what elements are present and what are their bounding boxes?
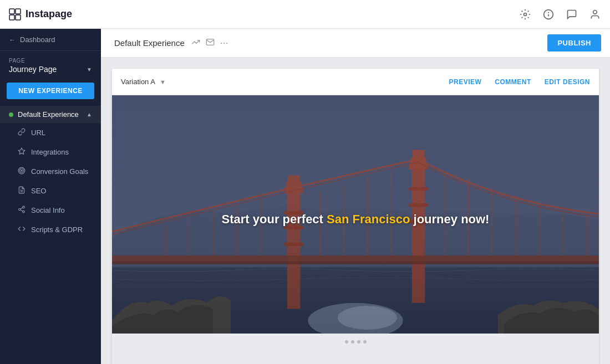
page-section: Page Journey Page ▼ bbox=[0, 51, 101, 78]
logo-text: Instapage bbox=[26, 8, 72, 20]
hero-image: Start your perfect San Francisco journey… bbox=[112, 95, 599, 334]
dashboard-label: Dashboard bbox=[20, 35, 55, 44]
page-content: Variation A ▼ PREVIEW COMMENT EDIT DESIG… bbox=[101, 58, 610, 364]
integrations-label: Integrations bbox=[31, 148, 69, 156]
publish-button[interactable]: PUBLISH bbox=[547, 34, 601, 52]
scripts-gdpr-icon bbox=[18, 225, 26, 234]
seo-label: SEO bbox=[31, 187, 46, 195]
hero-text-highlight: San Francisco bbox=[327, 212, 410, 226]
svg-point-14 bbox=[23, 206, 25, 208]
new-experience-button[interactable]: NEW EXPERIENCE bbox=[7, 83, 94, 99]
hero-background: Start your perfect San Francisco journey… bbox=[112, 95, 599, 334]
svg-line-18 bbox=[21, 208, 23, 209]
scroll-dot-1 bbox=[345, 340, 348, 344]
svg-rect-0 bbox=[9, 9, 14, 14]
experience-item[interactable]: Default Experience ▲ bbox=[0, 106, 101, 123]
social-info-icon bbox=[18, 206, 26, 215]
header-icons bbox=[519, 8, 601, 20]
dashboard-back-link[interactable]: ← Dashboard bbox=[0, 29, 101, 51]
sidebar-item-social-info[interactable]: Social Info bbox=[0, 201, 101, 220]
preview-action-edit-design[interactable]: EDIT DESIGN bbox=[545, 78, 590, 86]
preview-action-comment[interactable]: COMMENT bbox=[495, 78, 531, 86]
page-label: Page bbox=[9, 58, 92, 64]
experience-header-left: Default Experience ··· bbox=[114, 37, 228, 49]
email-icon[interactable] bbox=[206, 38, 215, 49]
experience-chevron-icon: ▲ bbox=[87, 111, 92, 117]
svg-point-11 bbox=[21, 170, 22, 171]
sidebar: ← Dashboard Page Journey Page ▼ NEW EXPE… bbox=[0, 29, 101, 364]
preview-actions: PREVIEW COMMENT EDIT DESIGN bbox=[449, 78, 590, 86]
scroll-dot-4 bbox=[363, 340, 367, 344]
conversion-goals-label: Conversion Goals bbox=[31, 167, 88, 176]
integrations-icon bbox=[18, 147, 26, 157]
svg-point-57 bbox=[338, 306, 397, 330]
experience-name: Default Experience bbox=[18, 110, 79, 119]
back-arrow-icon: ← bbox=[9, 36, 16, 44]
hero-text: Start your perfect San Francisco journey… bbox=[222, 212, 490, 227]
top-header: Instapage bbox=[0, 0, 610, 29]
logo-icon bbox=[9, 8, 21, 20]
conversion-goals-icon bbox=[18, 167, 26, 176]
svg-point-4 bbox=[524, 13, 527, 16]
exp-header-icons: ··· bbox=[191, 37, 228, 49]
info-icon[interactable] bbox=[542, 8, 555, 20]
svg-point-15 bbox=[19, 208, 21, 211]
sidebar-item-seo[interactable]: SEO bbox=[0, 181, 101, 201]
svg-rect-1 bbox=[9, 15, 14, 20]
experience-title: Default Experience bbox=[114, 38, 185, 48]
content-area: Default Experience ··· PUBLISH bbox=[101, 29, 610, 364]
active-status-dot bbox=[9, 112, 13, 117]
svg-point-8 bbox=[593, 10, 597, 14]
sidebar-item-conversion-goals[interactable]: Conversion Goals bbox=[0, 162, 101, 181]
url-icon bbox=[18, 128, 26, 137]
experience-item-left: Default Experience bbox=[9, 110, 79, 119]
variation-selector[interactable]: Variation A ▼ bbox=[121, 78, 166, 86]
svg-rect-2 bbox=[16, 9, 21, 14]
hero-text-after: journey now! bbox=[410, 212, 489, 226]
variation-chevron-icon: ▼ bbox=[160, 79, 166, 85]
preview-action-preview[interactable]: PREVIEW bbox=[449, 78, 481, 86]
svg-line-17 bbox=[21, 210, 23, 211]
experience-header-bar: Default Experience ··· PUBLISH bbox=[101, 29, 610, 58]
preview-frame: Variation A ▼ PREVIEW COMMENT EDIT DESIG… bbox=[112, 69, 599, 364]
scroll-dot-2 bbox=[351, 340, 354, 344]
main-layout: ← Dashboard Page Journey Page ▼ NEW EXPE… bbox=[0, 29, 610, 364]
settings-icon[interactable] bbox=[519, 8, 531, 20]
social-info-label: Social Info bbox=[31, 206, 65, 214]
scroll-dot-3 bbox=[357, 340, 360, 344]
user-icon[interactable] bbox=[589, 8, 601, 20]
variation-label: Variation A bbox=[121, 78, 155, 86]
seo-icon bbox=[18, 186, 26, 196]
logo-area: Instapage bbox=[9, 8, 72, 20]
sidebar-item-scripts-gdpr[interactable]: Scripts & GDPR bbox=[0, 220, 101, 239]
comment-icon[interactable] bbox=[566, 8, 578, 20]
scroll-dots bbox=[345, 340, 367, 344]
sidebar-item-url[interactable]: URL bbox=[0, 123, 101, 142]
page-chevron-icon: ▼ bbox=[87, 66, 92, 73]
page-name-text: Journey Page bbox=[9, 65, 57, 74]
hero-text-before: Start your perfect bbox=[222, 212, 327, 226]
more-options-icon[interactable]: ··· bbox=[220, 37, 228, 49]
analytics-icon[interactable] bbox=[191, 38, 200, 49]
svg-point-10 bbox=[20, 169, 24, 173]
preview-toolbar: Variation A ▼ PREVIEW COMMENT EDIT DESIG… bbox=[112, 69, 599, 95]
page-name-selector[interactable]: Journey Page ▼ bbox=[9, 65, 92, 74]
page-bottom bbox=[112, 334, 599, 364]
scripts-gdpr-label: Scripts & GDPR bbox=[31, 225, 83, 234]
url-label: URL bbox=[31, 129, 45, 137]
svg-point-16 bbox=[23, 211, 25, 213]
sidebar-item-integrations[interactable]: Integrations bbox=[0, 142, 101, 162]
svg-rect-3 bbox=[16, 15, 21, 20]
